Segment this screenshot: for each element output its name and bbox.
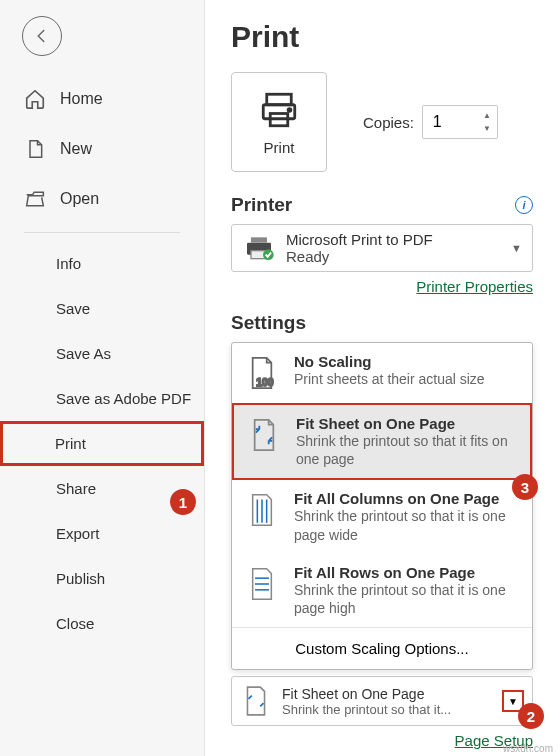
nav-publish[interactable]: Publish: [0, 556, 204, 601]
fit-sheet-icon: [240, 681, 272, 721]
annotation-badge-2: 2: [518, 703, 544, 729]
annotation-badge-1: 1: [170, 489, 196, 515]
scaling-fit-columns[interactable]: Fit All Columns on One Page Shrink the p…: [232, 480, 532, 553]
nav-export[interactable]: Export: [0, 511, 204, 556]
back-button[interactable]: [22, 16, 62, 56]
nav-home-label: Home: [60, 90, 103, 108]
nav-divider: [24, 232, 180, 233]
print-button[interactable]: Print: [231, 72, 327, 172]
nav-open[interactable]: Open: [0, 174, 204, 224]
printer-icon: [257, 89, 301, 131]
fit-sheet-icon: [248, 415, 280, 455]
scale-title: No Scaling: [294, 353, 518, 370]
scaling-no-scaling[interactable]: 100 No Scaling Print sheets at their act…: [232, 343, 532, 403]
copies-input[interactable]: 1 ▲ ▼: [422, 105, 498, 139]
no-scaling-icon: 100: [246, 353, 278, 393]
copies-label: Copies:: [363, 114, 414, 131]
nav-new-label: New: [60, 140, 92, 158]
scaling-custom-options[interactable]: Custom Scaling Options...: [232, 627, 532, 669]
scale-title: Fit All Rows on One Page: [294, 564, 518, 581]
printer-status: Ready: [286, 248, 501, 265]
folder-open-icon: [24, 188, 46, 210]
printer-name: Microsoft Print to PDF: [286, 231, 501, 248]
nav-info[interactable]: Info: [0, 241, 204, 286]
nav-save-adobe[interactable]: Save as Adobe PDF: [0, 376, 204, 421]
home-icon: [24, 88, 46, 110]
copies-value: 1: [433, 113, 442, 131]
info-icon[interactable]: i: [515, 196, 533, 214]
nav-close[interactable]: Close: [0, 601, 204, 646]
scale-desc: Shrink the printout so that it is one pa…: [294, 581, 518, 617]
scale-desc: Print sheets at their actual size: [294, 370, 518, 388]
summary-desc: Shrink the printout so that it...: [282, 702, 462, 717]
printer-properties-link[interactable]: Printer Properties: [416, 278, 533, 295]
nav-home[interactable]: Home: [0, 74, 204, 124]
printer-section-title: Printer i: [231, 194, 533, 216]
scaling-selected-summary[interactable]: Fit Sheet on One Page Shrink the printou…: [231, 676, 533, 726]
scaling-dropdown-menu: 100 No Scaling Print sheets at their act…: [231, 342, 533, 670]
scaling-fit-sheet[interactable]: Fit Sheet on One Page Shrink the printou…: [232, 403, 532, 480]
svg-rect-5: [251, 237, 267, 242]
print-panel: Print Print Copies: 1 ▲ ▼ Printer i Micr…: [205, 0, 559, 756]
printer-selector[interactable]: Microsoft Print to PDF Ready ▼: [231, 224, 533, 272]
nav-new[interactable]: New: [0, 124, 204, 174]
annotation-badge-3: 3: [512, 474, 538, 500]
copies-down-icon[interactable]: ▼: [479, 122, 495, 135]
watermark: wsxdn.com: [503, 743, 553, 754]
chevron-down-icon: ▼: [511, 242, 522, 254]
nav-open-label: Open: [60, 190, 99, 208]
settings-section-title: Settings: [231, 312, 533, 334]
summary-title: Fit Sheet on One Page: [282, 686, 492, 702]
page-title: Print: [231, 20, 533, 54]
scale-desc: Shrink the printout so that it is one pa…: [294, 507, 518, 543]
printer-device-icon: [242, 232, 276, 264]
back-arrow-icon: [33, 27, 51, 45]
svg-point-3: [288, 108, 291, 111]
nav-save[interactable]: Save: [0, 286, 204, 331]
svg-rect-0: [267, 94, 292, 105]
scale-title: Fit All Columns on One Page: [294, 490, 518, 507]
backstage-sidebar: Home New Open Info Save Save As Save as …: [0, 0, 205, 756]
fit-columns-icon: [246, 490, 278, 530]
scale-title: Fit Sheet on One Page: [296, 415, 516, 432]
scaling-fit-rows[interactable]: Fit All Rows on One Page Shrink the prin…: [232, 554, 532, 627]
nav-print[interactable]: Print: [0, 421, 204, 466]
print-button-label: Print: [264, 139, 295, 156]
fit-rows-icon: [246, 564, 278, 604]
nav-save-as[interactable]: Save As: [0, 331, 204, 376]
copies-up-icon[interactable]: ▲: [479, 109, 495, 122]
scale-desc: Shrink the printout so that it fits on o…: [296, 432, 516, 468]
svg-text:100: 100: [256, 376, 274, 388]
file-icon: [24, 138, 46, 160]
